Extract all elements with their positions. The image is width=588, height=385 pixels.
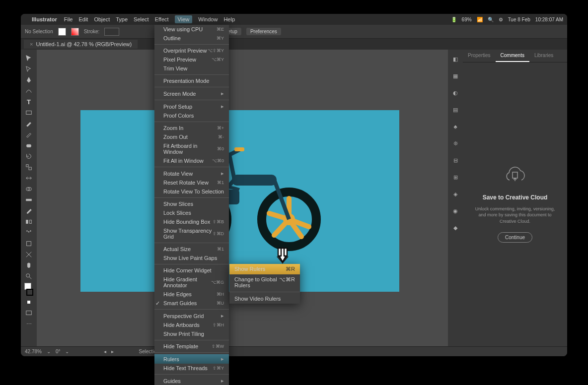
symbol-sprayer-tool[interactable] <box>22 227 35 238</box>
menu-item-zoom-out[interactable]: Zoom Out⌘- <box>154 132 229 141</box>
eraser-tool[interactable] <box>22 140 35 151</box>
artboard-nav-next[interactable]: ▸ <box>111 349 114 354</box>
eyedropper-tool[interactable] <box>22 205 35 216</box>
document-tabs: × Untitled-1.ai @ 42.78 % (RGB/Preview) <box>21 39 567 50</box>
menu-item-view-using-cpu[interactable]: View using CPU⌘E <box>154 25 229 34</box>
menu-window[interactable]: Window <box>198 16 218 22</box>
menu-item-show-slices[interactable]: Show Slices <box>154 199 229 208</box>
preferences-button[interactable]: Preferences <box>246 28 281 35</box>
menu-edit[interactable]: Edit <box>78 16 88 22</box>
menu-item-hide-gradient-annotator[interactable]: Hide Gradient Annotator⌥⌘G <box>154 275 229 290</box>
svg-rect-6 <box>26 199 32 201</box>
menu-item-show-live-paint-gaps[interactable]: Show Live Paint Gaps <box>154 254 229 262</box>
menu-object[interactable]: Object <box>94 16 110 22</box>
menu-item-smart-guides[interactable]: ✓Smart Guides⌘U <box>154 299 229 308</box>
menu-item-presentation-mode[interactable]: Presentation Mode <box>154 76 229 85</box>
close-tab-icon[interactable]: × <box>30 41 33 47</box>
graphic-styles-icon[interactable]: ◆ <box>451 223 460 232</box>
app-name[interactable]: Illustrator <box>32 16 57 22</box>
menu-item-outline[interactable]: Outline⌘Y <box>154 34 229 43</box>
stroke-panel-icon[interactable]: ⊟ <box>451 156 460 165</box>
document-tab[interactable]: × Untitled-1.ai @ 42.78 % (RGB/Preview) <box>24 40 138 49</box>
submenu-item-show-video-rulers[interactable]: Show Video Rulers <box>229 294 300 304</box>
menu-item-hide-corner-widget[interactable]: Hide Corner Widget <box>154 266 229 275</box>
swatches-icon[interactable]: ▤ <box>451 105 460 114</box>
menu-file[interactable]: File <box>64 16 73 22</box>
fill-swatch[interactable] <box>58 28 66 36</box>
search-icon[interactable]: 🔍 <box>488 17 494 22</box>
control-center-icon[interactable]: ⚙ <box>499 17 503 22</box>
artboards-icon[interactable]: ▦ <box>451 71 460 80</box>
menu-item-show-print-tiling[interactable]: Show Print Tiling <box>154 329 229 338</box>
width-tool[interactable] <box>22 173 35 184</box>
menu-item-fit-all-in-window[interactable]: Fit All in Window⌥⌘0 <box>154 156 229 165</box>
color-icon[interactable]: ◐ <box>451 88 460 97</box>
menu-item-overprint-preview[interactable]: Overprint Preview⌥⇧⌘Y <box>154 46 229 55</box>
rotate-value[interactable]: 0° <box>56 349 61 354</box>
control-bar: No Selection Stroke: Style: Document Set… <box>21 25 567 39</box>
menu-item-show-transparency-grid[interactable]: Show Transparency Grid⇧⌘D <box>154 226 229 241</box>
rotate-tool[interactable] <box>22 151 35 162</box>
menu-item-perspective-grid[interactable]: Perspective Grid▸ <box>154 311 229 321</box>
appearance-icon[interactable]: ◉ <box>451 206 460 215</box>
menu-item-hide-edges[interactable]: Hide Edges⌘H <box>154 290 229 299</box>
menu-item-rulers[interactable]: Rulers▸ <box>154 354 229 364</box>
chevron-down-icon[interactable]: ⌄ <box>47 349 51 354</box>
menu-item-fit-artboard-in-window[interactable]: Fit Artboard in Window⌘0 <box>154 141 229 156</box>
menu-effect[interactable]: Effect <box>155 16 169 22</box>
slice-tool[interactable] <box>22 249 35 260</box>
menu-type[interactable]: Type <box>116 16 128 22</box>
hand-tool[interactable] <box>22 260 35 271</box>
type-tool[interactable]: T <box>22 96 35 107</box>
artboard-nav-prev[interactable]: ◂ <box>104 349 106 354</box>
menu-item-proof-colors[interactable]: Proof Colors <box>154 111 229 120</box>
menu-select[interactable]: Select <box>134 16 149 22</box>
submenu-item-show-rulers[interactable]: Show Rulers⌘R <box>229 264 300 274</box>
curvature-tool[interactable] <box>22 85 35 96</box>
paintbrush-tool[interactable] <box>22 118 35 129</box>
submenu-item-change-to-global-rulers[interactable]: Change to Global Rulers⌥⌘R <box>229 274 300 290</box>
brushes-icon[interactable]: ♣ <box>451 122 460 131</box>
stroke-swatch[interactable] <box>71 28 79 36</box>
align-icon[interactable]: ⊞ <box>451 173 460 182</box>
menu-item-hide-text-threads[interactable]: Hide Text Threads⇧⌘Y <box>154 364 229 373</box>
menu-item-pixel-preview[interactable]: Pixel Preview⌥⌘Y <box>154 55 229 64</box>
fill-stroke-swatch[interactable] <box>22 282 35 297</box>
menu-item-actual-size[interactable]: Actual Size⌘1 <box>154 245 229 254</box>
menu-item-guides[interactable]: Guides▸ <box>154 376 229 385</box>
symbols-icon[interactable]: ❊ <box>451 139 460 148</box>
menu-item-proof-setup[interactable]: Proof Setup▸ <box>154 102 229 111</box>
tab-libraries[interactable]: Libraries <box>529 50 558 62</box>
zoom-level[interactable]: 42.78% <box>25 349 42 354</box>
menu-help[interactable]: Help <box>223 16 235 22</box>
artboard-tool[interactable] <box>22 238 35 249</box>
zoom-tool[interactable] <box>22 271 35 282</box>
menu-view[interactable]: View <box>175 15 193 23</box>
menu-item-rotate-view[interactable]: Rotate View▸ <box>154 169 229 178</box>
menu-item-hide-artboards[interactable]: Hide Artboards⇧⌘H <box>154 321 229 329</box>
pencil-tool[interactable] <box>22 129 35 140</box>
transform-icon[interactable]: ◈ <box>451 190 460 198</box>
menu-item-screen-mode[interactable]: Screen Mode▸ <box>154 89 229 98</box>
menu-item-zoom-in[interactable]: Zoom In⌘+ <box>154 124 229 132</box>
menu-item-trim-view[interactable]: Trim View <box>154 64 229 73</box>
rectangle-tool[interactable] <box>22 107 35 118</box>
menu-item-hide-bounding-box[interactable]: Hide Bounding Box⇧⌘B <box>154 217 229 226</box>
continue-button[interactable]: Continue <box>498 232 532 243</box>
shape-builder-tool[interactable] <box>22 184 35 194</box>
tab-comments[interactable]: Comments <box>496 50 529 62</box>
scale-tool[interactable] <box>22 162 35 173</box>
color-mode[interactable] <box>22 297 35 308</box>
layers-icon[interactable]: ◧ <box>451 55 460 64</box>
pen-tool[interactable] <box>22 74 35 85</box>
menu-item-lock-slices[interactable]: Lock Slices <box>154 208 229 217</box>
tab-properties[interactable]: Properties <box>463 50 496 62</box>
gradient-tool[interactable] <box>22 194 35 205</box>
stroke-weight[interactable] <box>104 28 119 36</box>
blend-tool[interactable] <box>22 216 35 227</box>
screen-mode-tool[interactable] <box>22 308 35 319</box>
chevron-down-icon[interactable]: ⌄ <box>65 349 69 354</box>
edit-toolbar[interactable]: ⋯ <box>22 319 35 329</box>
selection-tool[interactable] <box>22 53 35 64</box>
direct-selection-tool[interactable] <box>22 64 35 74</box>
